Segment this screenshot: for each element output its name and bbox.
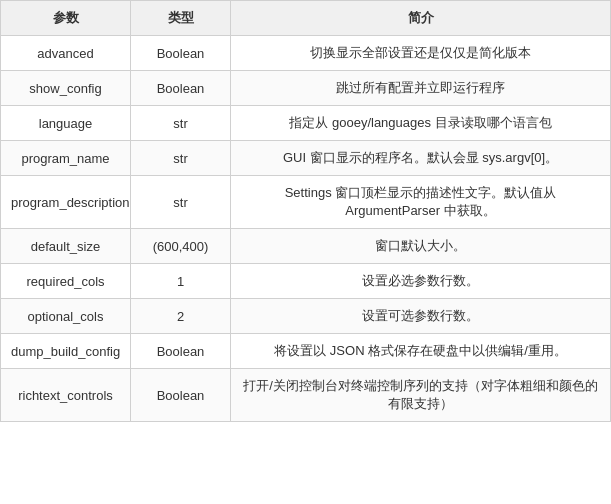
header-param: 参数	[1, 1, 131, 36]
cell-type: Boolean	[131, 36, 231, 71]
cell-type: 1	[131, 264, 231, 299]
table-row: optional_cols2设置可选参数行数。	[1, 299, 611, 334]
cell-param: program_description	[1, 176, 131, 229]
cell-type: 2	[131, 299, 231, 334]
cell-desc: 将设置以 JSON 格式保存在硬盘中以供编辑/重用。	[231, 334, 611, 369]
cell-param: dump_build_config	[1, 334, 131, 369]
header-type: 类型	[131, 1, 231, 36]
cell-desc: GUI 窗口显示的程序名。默认会显 sys.argv[0]。	[231, 141, 611, 176]
cell-type: Boolean	[131, 334, 231, 369]
cell-param: language	[1, 106, 131, 141]
cell-type: Boolean	[131, 369, 231, 422]
table-row: richtext_controlsBoolean打开/关闭控制台对终端控制序列的…	[1, 369, 611, 422]
table-row: languagestr指定从 gooey/languages 目录读取哪个语言包	[1, 106, 611, 141]
table-row: default_size(600,400)窗口默认大小。	[1, 229, 611, 264]
cell-desc: Settings 窗口顶栏显示的描述性文字。默认值从 ArgumentParse…	[231, 176, 611, 229]
cell-type: (600,400)	[131, 229, 231, 264]
table-header-row: 参数 类型 简介	[1, 1, 611, 36]
cell-desc: 窗口默认大小。	[231, 229, 611, 264]
header-desc: 简介	[231, 1, 611, 36]
cell-desc: 设置可选参数行数。	[231, 299, 611, 334]
table-row: required_cols1设置必选参数行数。	[1, 264, 611, 299]
table-row: advancedBoolean切换显示全部设置还是仅仅是简化版本	[1, 36, 611, 71]
cell-type: str	[131, 176, 231, 229]
cell-desc: 指定从 gooey/languages 目录读取哪个语言包	[231, 106, 611, 141]
cell-param: program_name	[1, 141, 131, 176]
cell-type: str	[131, 141, 231, 176]
cell-param: show_config	[1, 71, 131, 106]
table-row: program_namestrGUI 窗口显示的程序名。默认会显 sys.arg…	[1, 141, 611, 176]
cell-param: advanced	[1, 36, 131, 71]
cell-type: Boolean	[131, 71, 231, 106]
cell-desc: 切换显示全部设置还是仅仅是简化版本	[231, 36, 611, 71]
cell-param: default_size	[1, 229, 131, 264]
table-row: dump_build_configBoolean将设置以 JSON 格式保存在硬…	[1, 334, 611, 369]
cell-param: optional_cols	[1, 299, 131, 334]
table-row: program_descriptionstrSettings 窗口顶栏显示的描述…	[1, 176, 611, 229]
cell-desc: 跳过所有配置并立即运行程序	[231, 71, 611, 106]
cell-type: str	[131, 106, 231, 141]
table-row: show_configBoolean跳过所有配置并立即运行程序	[1, 71, 611, 106]
params-table: 参数 类型 简介 advancedBoolean切换显示全部设置还是仅仅是简化版…	[0, 0, 611, 422]
cell-desc: 打开/关闭控制台对终端控制序列的支持（对字体粗细和颜色的有限支持）	[231, 369, 611, 422]
cell-param: required_cols	[1, 264, 131, 299]
cell-param: richtext_controls	[1, 369, 131, 422]
cell-desc: 设置必选参数行数。	[231, 264, 611, 299]
